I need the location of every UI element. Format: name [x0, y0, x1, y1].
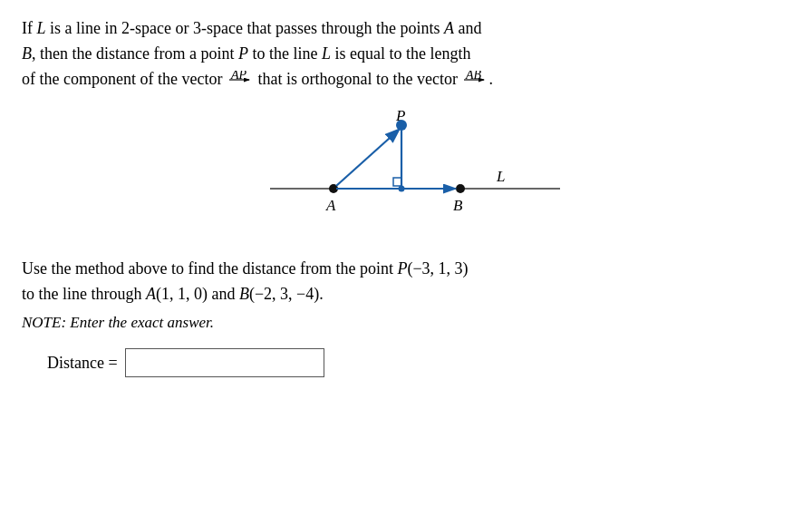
distance-label: Distance = [47, 354, 118, 373]
intro-text: If L is a line in 2-space or 3-space tha… [22, 16, 790, 93]
answer-row: Distance = [47, 348, 790, 377]
distance-input[interactable] [125, 348, 324, 377]
intro-line3: of the component of the vector AP that i… [22, 67, 790, 93]
label-L: L [496, 168, 505, 185]
vector-AP-arrow [336, 131, 398, 186]
vector-AB: AB [462, 67, 488, 93]
question-line2: to the line through A(1, 1, 0) and B(−2,… [22, 282, 790, 307]
note-text: NOTE: Enter the exact answer. [22, 314, 790, 332]
intro-line1: If L is a line in 2-space or 3-space tha… [22, 16, 790, 42]
foot-point [399, 185, 405, 191]
vector-AP: AP [227, 67, 253, 93]
geometry-diagram: A B L P [216, 109, 596, 240]
point-B [456, 184, 465, 193]
label-P: P [395, 109, 405, 124]
right-angle-marker [393, 178, 401, 186]
question-line1: Use the method above to find the distanc… [22, 257, 790, 282]
label-A: A [325, 197, 336, 214]
svg-text:AP: AP [230, 71, 247, 82]
label-B: B [453, 197, 463, 214]
intro-line2: B, then the distance from a point P to t… [22, 42, 790, 67]
svg-text:AB: AB [465, 71, 482, 82]
question-text: Use the method above to find the distanc… [22, 257, 790, 307]
diagram-container: A B L P [22, 109, 790, 240]
note-label: NOTE: Enter the exact answer. [22, 314, 214, 331]
